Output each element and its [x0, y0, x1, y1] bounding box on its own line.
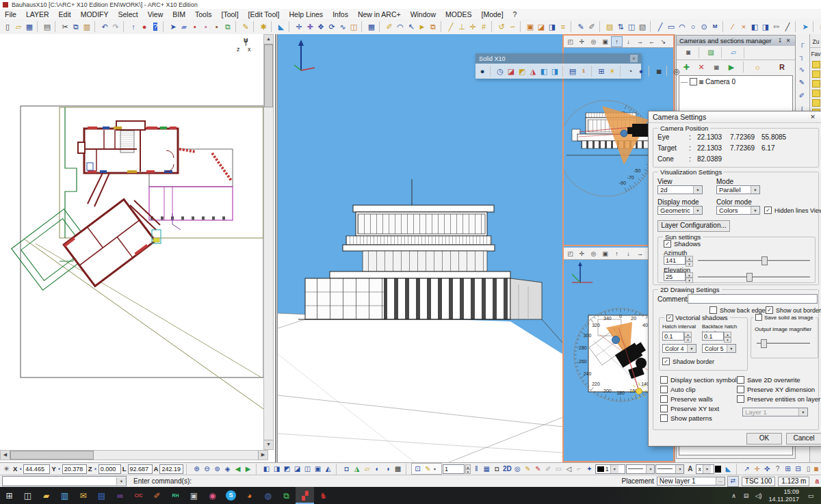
vp-3dbox-icon[interactable]: ▣	[599, 248, 611, 259]
solid-cameras-icon[interactable]: ◎	[671, 66, 682, 77]
fill-bucket-icon[interactable]: ◣	[276, 21, 287, 32]
solid-sun-icon[interactable]: ☀	[607, 66, 618, 77]
horizontal-scrollbar[interactable]: ◀ ▶	[0, 450, 268, 460]
task-view-icon[interactable]: ◫	[18, 487, 37, 504]
shadows-checkbox[interactable]: ✓ Shadows	[664, 240, 701, 248]
edit-pen-icon[interactable]: ✐	[384, 21, 395, 32]
backface-hatch-spinner[interactable]: 0.1 ▴▾	[702, 332, 731, 341]
ok-button[interactable]: OK	[746, 433, 782, 445]
spin-up-icon[interactable]: ▴	[684, 332, 692, 337]
mode-2d-icon[interactable]: 2D	[502, 464, 512, 475]
lineweight-select[interactable]: ▾	[655, 464, 684, 474]
scale-factor-input[interactable]: 1	[443, 464, 465, 474]
checkbox-box[interactable]	[660, 386, 668, 393]
slider-thumb[interactable]	[761, 339, 767, 348]
cancel-button[interactable]: Cancel	[786, 433, 821, 445]
hatch-box-icon[interactable]: ▨	[604, 21, 615, 32]
line-tool-icon[interactable]: ╱	[445, 21, 456, 32]
vp-3dbox-icon[interactable]: ▣	[599, 36, 611, 47]
menu-item-file[interactable]: File	[0, 10, 21, 18]
vp-extents-icon[interactable]: ✛	[576, 248, 588, 259]
close-icon[interactable]: ✕	[784, 38, 792, 44]
hatch-interval-value[interactable]: 0.1	[662, 332, 684, 341]
scroll-up-icon[interactable]: ▲	[264, 35, 273, 44]
vp-left-icon[interactable]: ←	[646, 36, 657, 47]
record-icon[interactable]: ●	[139, 21, 150, 32]
elevation-value[interactable]: 25	[664, 272, 686, 281]
mod-box1-icon[interactable]: ◧	[749, 21, 760, 32]
menu-item-tool[interactable]: [Tool]	[216, 10, 243, 18]
sheet-icon[interactable]: ▣	[525, 21, 536, 32]
length-input[interactable]: 92.687	[128, 464, 153, 474]
vp-up-icon[interactable]: ↑	[611, 36, 623, 47]
browser-icon[interactable]: ◍	[259, 487, 277, 504]
draw-line-icon[interactable]: ╱	[655, 21, 666, 32]
chevron-down-icon[interactable]: ▾	[751, 186, 759, 194]
view-select[interactable]: 2d ▾	[657, 185, 703, 194]
show-patterns-checkbox[interactable]: Show patterns	[660, 413, 737, 423]
point-red-icon[interactable]: ▪	[190, 21, 200, 32]
chevron-down-icon[interactable]: ▾	[675, 465, 683, 473]
checkbox-box[interactable]	[660, 395, 668, 403]
viewport-3d[interactable]	[277, 34, 562, 462]
scroll-right-icon[interactable]: ▶	[258, 451, 268, 460]
rotate-icon[interactable]: ⟳	[326, 21, 337, 32]
mode-select[interactable]: Parallel ▾	[716, 185, 760, 194]
view-side-icon[interactable]: ◪	[292, 464, 302, 475]
brush-red-icon[interactable]: ✎	[533, 464, 543, 475]
speaker-icon[interactable]: ◁)	[753, 492, 765, 499]
hatch-gray-icon[interactable]: ▧	[637, 21, 648, 32]
magnifier-slider[interactable]	[757, 339, 810, 347]
color-mode-select[interactable]: Colors ▾	[716, 206, 760, 215]
pen-gray-icon[interactable]: ✐	[586, 21, 597, 32]
spin-down-icon[interactable]: ▾	[724, 337, 731, 343]
edit-flag-icon[interactable]: ►	[417, 21, 428, 32]
scroll-left-icon[interactable]: ◀	[1, 451, 10, 460]
vp-pointer-icon[interactable]: ↘	[657, 36, 669, 47]
menu-item-[interactable]: ?	[508, 10, 522, 18]
camera-capture-icon[interactable]: ◙	[711, 62, 722, 72]
frame-a-icon[interactable]: ⊞	[783, 464, 793, 475]
checkbox-box[interactable]	[737, 376, 744, 384]
spin-up-icon[interactable]: ▴	[686, 272, 693, 278]
menu-item-new-in-arc[interactable]: New in ARC+	[353, 10, 406, 18]
menu-item-infos[interactable]: Infos	[328, 10, 353, 18]
solid-toolbar-titlebar[interactable]: Solid X10 ✕	[475, 53, 641, 64]
taskbar-clock[interactable]: 15:09 14.11.2017	[769, 488, 799, 503]
favorite-swatch[interactable]	[812, 99, 820, 107]
save-icon[interactable]: ▦	[24, 21, 35, 32]
text-style-icon[interactable]: A	[685, 464, 695, 475]
help-icon[interactable]: ?	[150, 21, 161, 32]
chevron-down-icon[interactable]: ▾	[693, 207, 702, 214]
edit-copy-icon[interactable]: ⧉	[428, 21, 439, 32]
y-coordinate-input[interactable]: 20.378	[62, 464, 87, 474]
zoom-out-icon[interactable]: ⊖	[202, 464, 212, 475]
view-axo-icon[interactable]: ◭	[323, 464, 333, 475]
close-icon[interactable]: ✕	[630, 55, 638, 62]
edit-arc-icon[interactable]: ◠	[395, 21, 406, 32]
azimuth-slider[interactable]	[698, 256, 810, 265]
pages-icon[interactable]: ◨	[547, 21, 558, 32]
chevron-down-icon[interactable]: ▾	[646, 465, 654, 473]
vp-zoom-icon[interactable]: ◎	[588, 248, 599, 259]
draw-arc-icon[interactable]: ◠	[677, 21, 688, 32]
checkbox-box[interactable]	[737, 386, 744, 393]
link-gray-icon[interactable]: ⌐	[574, 464, 584, 475]
shade-night-icon[interactable]: ◑	[382, 464, 393, 475]
hatch-lines-icon[interactable]: #	[478, 21, 489, 32]
redo-icon[interactable]: ↷	[110, 21, 121, 32]
copy-move-icon[interactable]: ✚	[304, 21, 315, 32]
ms-store-icon[interactable]: ▥	[55, 487, 74, 504]
cut-icon[interactable]: ✂	[60, 21, 70, 32]
show-out-borders-checkbox[interactable]: ✓ Show out borders	[766, 306, 821, 314]
hatch-interval-spinner[interactable]: 0.1 ▴▾	[662, 332, 692, 341]
camera-play-icon[interactable]: ▶	[726, 62, 737, 72]
tiles-icon[interactable]: ▦	[366, 21, 377, 32]
preserve-xy-text-checkbox[interactable]: Preserve XY text	[660, 403, 737, 413]
menu-item-edit-tool[interactable]: [Edit Tool]	[244, 10, 285, 18]
camera-sun-icon[interactable]: ☼	[752, 62, 763, 72]
skype-icon[interactable]: S	[222, 487, 240, 504]
chevron-down-icon[interactable]: ▾	[693, 186, 702, 194]
menu-item-mode[interactable]: [Mode]	[477, 10, 508, 18]
wave-tool-icon[interactable]: ∽	[507, 21, 518, 32]
